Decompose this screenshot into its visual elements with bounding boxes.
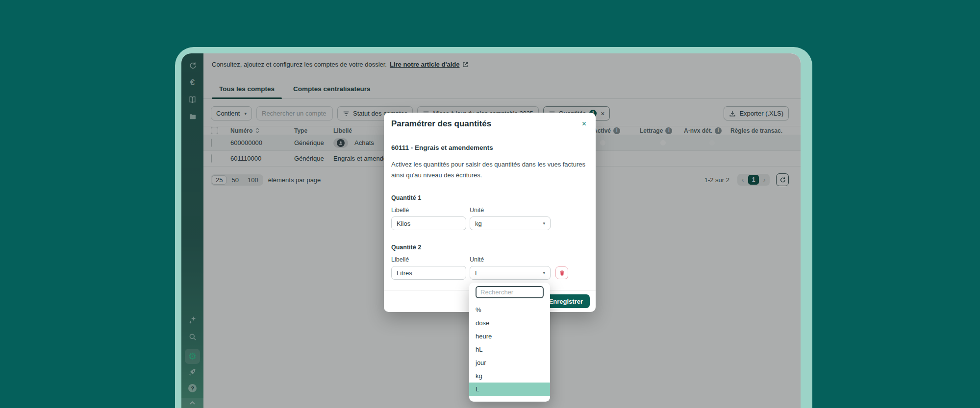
- quantity2-unit-select[interactable]: L ▾: [470, 266, 551, 280]
- quantity1-section-title: Quantité 1: [391, 194, 588, 201]
- modal-title: Paramétrer des quantités: [391, 119, 491, 129]
- app-frame: € ⚙ ?: [175, 47, 812, 408]
- delete-quantity2-button[interactable]: [555, 266, 568, 279]
- account-heading: 60111 - Engrais et amendements: [391, 144, 588, 151]
- unite-label: Unité: [470, 207, 551, 214]
- unit-options-list: % dose heure hL jour kg L: [469, 303, 550, 396]
- unit-option-hl[interactable]: hL: [469, 343, 550, 356]
- unit-option-l[interactable]: L: [469, 383, 550, 396]
- unit-option-heure[interactable]: heure: [469, 330, 550, 343]
- libelle-label: Libellé: [391, 207, 466, 214]
- quantity2-libelle-input[interactable]: [391, 266, 466, 280]
- unit-option-jour[interactable]: jour: [469, 356, 550, 369]
- quantity2-section-title: Quantité 2: [391, 244, 588, 251]
- app-window: € ⚙ ?: [181, 53, 801, 408]
- unit-search-input[interactable]: [476, 286, 544, 298]
- chevron-down-icon: ▾: [543, 270, 545, 275]
- quantity1-unit-select[interactable]: kg ▾: [470, 216, 551, 230]
- unit-option-kg[interactable]: kg: [469, 369, 550, 383]
- close-icon[interactable]: ×: [580, 119, 588, 129]
- libelle-label: Libellé: [391, 256, 466, 263]
- quantities-modal: Paramétrer des quantités × 60111 - Engra…: [384, 113, 596, 312]
- quantity1-libelle-input[interactable]: [391, 216, 466, 230]
- unit-option-percent[interactable]: %: [469, 303, 550, 316]
- unit-dropdown: % dose heure hL jour kg L: [469, 283, 550, 402]
- unite-label: Unité: [470, 256, 551, 263]
- modal-description: Activez les quantités pour saisir des qu…: [391, 159, 588, 181]
- trash-icon: [559, 270, 565, 276]
- unit-option-dose[interactable]: dose: [469, 316, 550, 330]
- chevron-down-icon: ▾: [543, 221, 545, 226]
